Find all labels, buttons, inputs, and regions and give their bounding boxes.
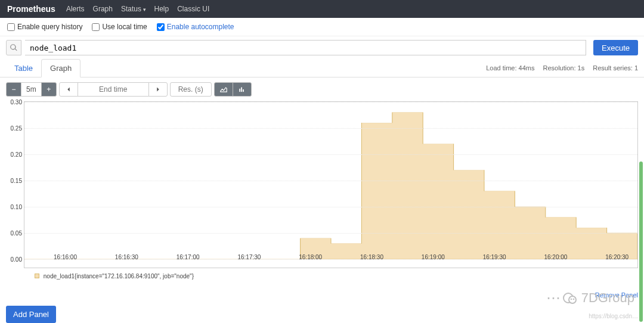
- range-plus-button[interactable]: +: [41, 82, 57, 97]
- brand[interactable]: Prometheus: [7, 4, 55, 14]
- nav-status[interactable]: Status: [121, 5, 146, 13]
- query-row: Execute: [0, 36, 644, 59]
- query-meta: Load time: 44ms Resolution: 1s Result se…: [486, 64, 638, 72]
- y-tick: 0.05: [11, 230, 24, 237]
- enable-query-history[interactable]: Enable query history: [7, 23, 82, 31]
- x-tick: 16:16:00: [54, 254, 77, 260]
- endtime-next-button[interactable]: [148, 82, 168, 97]
- resolution-input[interactable]: [170, 82, 212, 97]
- options-bar: Enable query history Use local time Enab…: [0, 18, 644, 36]
- legend-metric: node_load1: [44, 273, 75, 279]
- chart-wrap: 0.000.050.100.150.200.250.30 16:16:0016:…: [0, 101, 644, 289]
- endtime-input[interactable]: [78, 82, 149, 97]
- chart[interactable]: 0.000.050.100.150.200.250.30 16:16:0016:…: [24, 101, 638, 268]
- tab-graph[interactable]: Graph: [41, 59, 80, 77]
- y-tick: 0.25: [11, 125, 24, 132]
- use-local-time[interactable]: Use local time: [92, 23, 147, 31]
- range-group: − 5m +: [6, 82, 57, 97]
- svg-rect-1: [241, 88, 242, 92]
- y-tick: 0.30: [11, 99, 24, 105]
- y-tick: 0.20: [11, 151, 24, 158]
- result-series: Result series: 1: [593, 64, 638, 72]
- execute-button[interactable]: Execute: [593, 40, 638, 55]
- tabs-row: Table Graph Load time: 44ms Resolution: …: [0, 59, 644, 77]
- nav-classic-ui[interactable]: Classic UI: [177, 5, 209, 13]
- y-tick: 0.10: [11, 204, 24, 210]
- x-tick: 16:19:00: [422, 254, 445, 260]
- legend-labels: {instance="172.16.106.84:9100", job="nod…: [75, 273, 194, 279]
- nav-graph[interactable]: Graph: [93, 5, 113, 13]
- navbar: Prometheus Alerts Graph Status Help Clas…: [0, 0, 644, 18]
- stacked-chart-button[interactable]: [233, 82, 252, 97]
- load-time: Load time: 44ms: [486, 64, 534, 72]
- x-tick: 16:19:30: [483, 254, 506, 260]
- nav-alerts[interactable]: Alerts: [66, 5, 85, 13]
- query-input[interactable]: [25, 40, 586, 55]
- y-tick: 0.15: [11, 178, 24, 184]
- x-tick: 16:16:30: [115, 254, 138, 260]
- legend: node_load1{instance="172.16.106.84:9100"…: [6, 268, 638, 283]
- scrollbar-hint[interactable]: [639, 162, 643, 322]
- x-tick: 16:18:00: [299, 254, 322, 260]
- enable-autocomplete[interactable]: Enable autocomplete: [157, 23, 234, 31]
- nav-help[interactable]: Help: [154, 5, 169, 13]
- tab-table[interactable]: Table: [6, 60, 41, 77]
- y-tick: 0.00: [11, 256, 24, 263]
- range-value[interactable]: 5m: [21, 82, 42, 97]
- x-tick: 16:17:00: [177, 254, 200, 260]
- svg-rect-2: [243, 89, 244, 92]
- search-icon: [6, 40, 21, 55]
- graph-controls: − 5m +: [0, 77, 644, 101]
- x-tick: 16:18:30: [360, 254, 383, 260]
- legend-swatch: [35, 274, 39, 278]
- add-panel-button[interactable]: Add Panel: [6, 306, 56, 323]
- range-minus-button[interactable]: −: [6, 82, 21, 97]
- panel-footer: Remove Panel: [0, 289, 644, 301]
- endtime-prev-button[interactable]: [59, 82, 78, 97]
- x-tick: 16:20:30: [605, 254, 628, 260]
- page-footer: Add Panel: [0, 301, 644, 323]
- charttype-group: [214, 82, 252, 97]
- endtime-group: [59, 82, 168, 97]
- url-hint: https://blog.csdn…: [589, 313, 638, 319]
- remove-panel-link[interactable]: Remove Panel: [595, 291, 638, 299]
- svg-rect-0: [239, 89, 240, 92]
- x-tick: 16:20:00: [544, 254, 567, 260]
- x-tick: 16:17:30: [237, 254, 261, 260]
- resolution: Resolution: 1s: [543, 64, 584, 72]
- line-chart-button[interactable]: [214, 82, 233, 97]
- series-area: [24, 113, 637, 259]
